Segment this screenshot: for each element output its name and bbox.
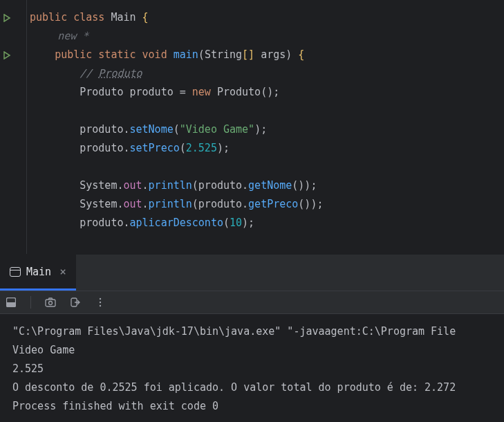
- gutter: [0, 0, 26, 254]
- run-tool-window: Main × "C:\Program Files\Java\jdk-17\bin…: [0, 254, 504, 422]
- svg-point-6: [100, 302, 101, 303]
- exit-icon[interactable]: [70, 297, 81, 308]
- console-output[interactable]: "C:\Program Files\Java\jdk-17\bin\java.e…: [0, 314, 504, 422]
- run-tab-bar: Main ×: [0, 255, 504, 291]
- layout-icon[interactable]: [6, 297, 17, 308]
- more-icon[interactable]: [95, 297, 106, 308]
- toolbar-separator: [30, 296, 31, 309]
- tab-label: Main: [26, 266, 51, 278]
- run-gutter-icon[interactable]: [0, 8, 26, 27]
- editor-area: public class Main { new * public static …: [0, 0, 504, 254]
- application-icon: [10, 267, 21, 277]
- svg-point-3: [49, 302, 53, 305]
- run-gutter-icon[interactable]: [0, 46, 26, 64]
- inlay-hint: new *: [55, 28, 91, 44]
- camera-icon[interactable]: [45, 297, 56, 308]
- svg-point-7: [100, 305, 101, 306]
- code-editor[interactable]: public class Main { new * public static …: [26, 0, 504, 254]
- run-toolbar: [0, 291, 504, 314]
- close-icon[interactable]: ×: [59, 265, 66, 278]
- svg-rect-2: [46, 300, 55, 306]
- svg-rect-1: [7, 302, 16, 307]
- svg-point-5: [100, 298, 101, 300]
- run-tab-main[interactable]: Main ×: [0, 255, 76, 291]
